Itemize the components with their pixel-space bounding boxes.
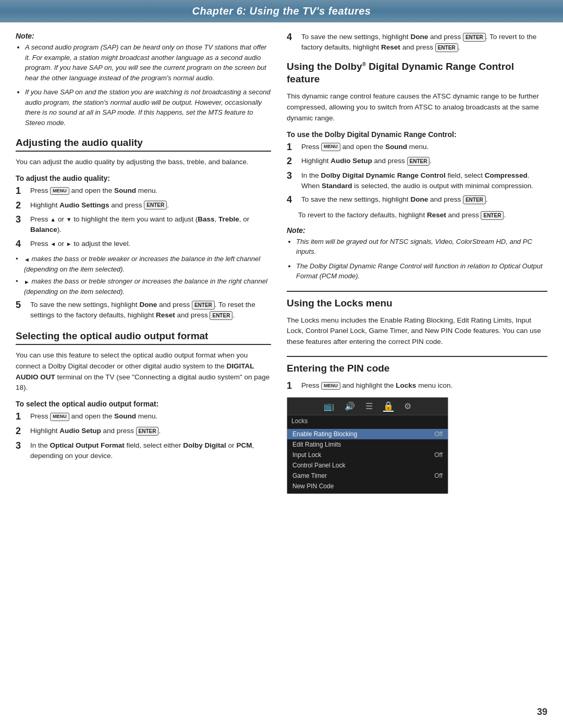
menu-icon-2: MENU: [50, 413, 69, 421]
menu-icon: MENU: [50, 187, 69, 195]
locks-desc: The Locks menu includes the Enable Ratin…: [287, 315, 547, 348]
dolby-note-box: Note: This item will be grayed out for N…: [287, 226, 547, 281]
step-content-2: Highlight Audio Settings and press ENTER…: [30, 200, 271, 211]
right-step-num-4: 4: [287, 32, 298, 43]
step-2: 2 Highlight Audio Settings and press ENT…: [16, 200, 271, 212]
dolby-step-2: 2 Highlight Audio Setup and press ENTER.: [287, 156, 547, 167]
enter-icon-6: ENTER: [435, 43, 458, 52]
arrow-left-icon: ◄: [50, 240, 56, 249]
step-content-5: To save the new settings, highlight Done…: [30, 300, 271, 321]
pin-step-1: 1 Press MENU and highlight the Locks men…: [287, 380, 547, 392]
locks-menu-image: 📺 🔊 ☰ 🔒 ⚙ Locks Enable Rating Blocking O…: [287, 397, 448, 494]
chapter-header: Chapter 6: Using the TV's features: [0, 0, 563, 22]
arrow-down-icon: ▼: [66, 215, 72, 224]
enter-icon-3: ENTER: [210, 311, 232, 320]
pin-step-content-1: Press MENU and highlight the Locks menu …: [301, 380, 547, 391]
pin-heading: Entering the PIN code: [287, 362, 547, 375]
locks-row-0-name: Enable Rating Blocking: [292, 430, 357, 438]
menu-icon-4: MENU: [321, 382, 340, 390]
arrow-up-icon: ▲: [50, 215, 56, 224]
dolby-note-title: Note:: [287, 226, 547, 235]
arrow-left-icon-2: ◄: [24, 255, 30, 264]
locks-row-5: New PIN Code: [287, 481, 448, 491]
locks-row-1-name: Edit Rating Limits: [292, 441, 341, 448]
locks-row-0: Enable Rating Blocking Off: [287, 429, 448, 439]
optical-steps: 1 Press MENU and open the Sound menu. 2 …: [16, 411, 271, 461]
chapter-title: Chapter 6: Using the TV's features: [0, 5, 563, 17]
locks-heading: Using the Locks menu: [287, 297, 547, 310]
lock-icon: 🔒: [383, 401, 394, 412]
enter-icon-5: ENTER: [463, 33, 486, 42]
step-4: 4 Press ◄ or ► to adjust the level.: [16, 239, 271, 250]
dolby-steps: 1 Press MENU and open the Sound menu. 2 …: [287, 142, 547, 206]
dolby-step-3: 3 In the Dolby Digital Dynamic Range Con…: [287, 170, 547, 192]
dolby-note-list: This item will be grayed out for NTSC si…: [287, 237, 547, 281]
settings-icon: ⚙: [404, 401, 411, 411]
menu-icon-3: MENU: [321, 143, 340, 151]
tv-icon: 📺: [324, 401, 334, 411]
locks-rows: Enable Rating Blocking Off Edit Rating L…: [287, 427, 448, 493]
dolby-step-1: 1 Press MENU and open the Sound menu.: [287, 142, 547, 153]
locks-toolbar: 📺 🔊 ☰ 🔒 ⚙: [287, 398, 448, 415]
left-column: Note: A second audio program (SAP) can b…: [16, 32, 271, 494]
note-item-2: If you have SAP on and the station you a…: [25, 87, 271, 128]
note-box: Note: A second audio program (SAP) can b…: [16, 32, 271, 128]
optical-step-content-3: In the Optical Output Format field, sele…: [30, 440, 271, 462]
right-column: 4 To save the new settings, highlight Do…: [287, 32, 547, 494]
locks-row-4: Game Timer Off: [287, 471, 448, 481]
arrow-right-icon-2: ►: [24, 278, 30, 287]
step-content-4: Press ◄ or ► to adjust the level.: [30, 239, 271, 249]
adjust-steps: 1 Press MENU and open the Sound menu. 2 …: [16, 186, 271, 250]
enter-icon-4: ENTER: [136, 427, 159, 436]
step-num-4: 4: [16, 239, 27, 250]
pin-divider: [287, 356, 547, 357]
optical-step-num-3: 3: [16, 440, 27, 452]
audio-bullet-2: ► makes the bass or treble stronger or i…: [16, 276, 271, 297]
step-num-3: 3: [16, 214, 27, 226]
dolby-note-item-2: The Dolby Digital Dynamic Range Control …: [296, 261, 547, 281]
locks-row-2-name: Input Lock: [292, 451, 321, 459]
optical-step-num-1: 1: [16, 411, 27, 423]
dolby-step-num-2: 2: [287, 156, 298, 167]
optical-step-2: 2 Highlight Audio Setup and press ENTER.: [16, 426, 271, 437]
locks-row-3: Control Panel Lock: [287, 460, 448, 471]
locks-row-4-val: Off: [434, 472, 443, 479]
dolby-step-content-3: In the Dolby Digital Dynamic Range Contr…: [301, 170, 547, 192]
content-area: Note: A second audio program (SAP) can b…: [0, 22, 563, 510]
section-optical-heading: Selecting the optical audio output forma…: [16, 330, 271, 345]
dolby-step-content-1: Press MENU and open the Sound menu.: [301, 142, 547, 152]
step-num-5: 5: [16, 300, 27, 311]
step-num-2: 2: [16, 200, 27, 212]
subsection-select-optical: To select the optical audio output forma…: [16, 400, 271, 408]
dolby-step-num-1: 1: [287, 142, 298, 153]
note-item-1: A second audio program (SAP) can be hear…: [25, 42, 271, 83]
subsection-adjust-heading: To adjust the audio quality:: [16, 174, 271, 182]
audio-icon: 🔊: [345, 401, 355, 411]
optical-step-1: 1 Press MENU and open the Sound menu.: [16, 411, 271, 423]
step-1: 1 Press MENU and open the Sound menu.: [16, 186, 271, 197]
enter-icon-8: ENTER: [463, 195, 486, 204]
dolby-desc: This dynamic range control feature cause…: [287, 91, 547, 124]
arrow-right-icon: ►: [66, 240, 72, 249]
locks-row-0-val: Off: [434, 430, 443, 438]
step-3: 3 Press ▲ or ▼ to highlight the item you…: [16, 214, 271, 236]
optical-step-content-2: Highlight Audio Setup and press ENTER.: [30, 426, 271, 436]
section-audio-quality-desc: You can adjust the audio quality by adju…: [16, 157, 271, 168]
section-optical-desc: You can use this feature to select the o…: [16, 350, 271, 394]
dolby-note-item-1: This item will be grayed out for NTSC si…: [296, 237, 547, 257]
step-content-3: Press ▲ or ▼ to highlight the item you w…: [30, 214, 271, 236]
audio-bullet-1: ◄ makes the bass or treble weaker or inc…: [16, 254, 271, 274]
enter-icon: ENTER: [144, 201, 167, 209]
enter-icon-2: ENTER: [192, 301, 215, 310]
dolby-reset-text: To revert to the factory defaults, highl…: [298, 210, 547, 221]
note-title: Note:: [16, 32, 271, 40]
dolby-step-4: 4 To save the new settings, highlight Do…: [287, 194, 547, 206]
optical-step-3: 3 In the Optical Output Format field, se…: [16, 440, 271, 462]
locks-row-3-name: Control Panel Lock: [292, 462, 345, 469]
right-step-content-4: To save the new settings, highlight Done…: [301, 32, 547, 53]
step-5: 5 To save the new settings, highlight Do…: [16, 300, 271, 321]
page-number: 39: [537, 707, 547, 718]
right-step-4: 4 To save the new settings, highlight Do…: [287, 32, 547, 53]
locks-row-5-name: New PIN Code: [292, 483, 334, 490]
locks-row-1: Edit Rating Limits: [287, 439, 448, 450]
